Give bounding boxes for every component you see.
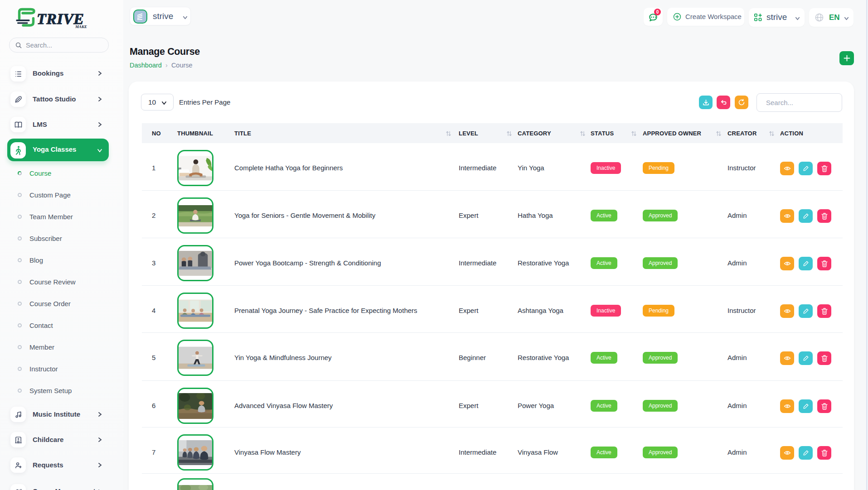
svg-text:MAKE: MAKE (75, 24, 87, 29)
